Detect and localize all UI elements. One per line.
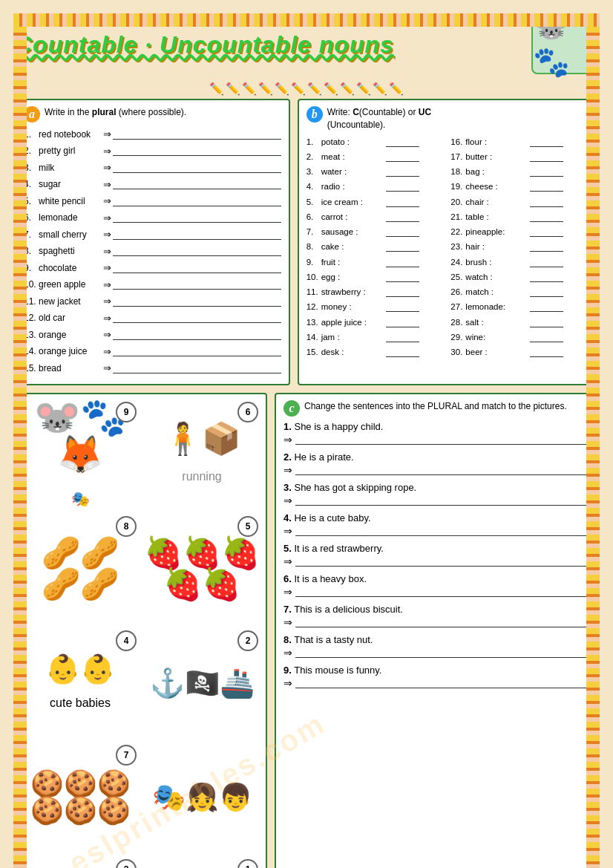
section-c-item: 1. She is a happy child. ⇒ [283, 421, 589, 446]
answer-line[interactable] [113, 146, 281, 156]
section-a-instr-bold: plural [92, 107, 117, 117]
answer-line[interactable] [113, 179, 281, 189]
answer-line[interactable] [386, 152, 419, 162]
item-text: hair : [465, 241, 528, 253]
c-sentence: 4. He is a cute baby. [283, 512, 589, 523]
section-b-item: 5. ice cream : [306, 196, 445, 209]
section-c-item: 3. She has got a skipping rope. ⇒ [283, 482, 589, 506]
answer-line[interactable] [113, 196, 281, 206]
c-answer-area: ⇒ [283, 616, 589, 628]
c-answer-area: ⇒ [283, 677, 589, 689]
answer-line[interactable] [386, 137, 419, 147]
answer-line[interactable] [113, 346, 281, 356]
answer-line[interactable] [530, 198, 563, 207]
answer-line[interactable] [113, 363, 281, 373]
answer-line[interactable] [530, 287, 563, 297]
answer-line[interactable] [386, 227, 419, 237]
answer-line[interactable] [113, 163, 281, 173]
c-answer-line[interactable] [295, 556, 589, 567]
item-number: 12. [306, 301, 320, 313]
c-answer-area: ⇒ [283, 555, 589, 567]
answer-line[interactable] [113, 330, 281, 340]
answer-line[interactable] [386, 212, 419, 222]
answer-line[interactable] [386, 273, 419, 282]
answer-line[interactable] [386, 333, 419, 342]
answer-line[interactable] [113, 129, 281, 140]
answer-line[interactable] [113, 313, 281, 323]
answer-line[interactable] [530, 258, 563, 267]
c-answer-line[interactable] [295, 587, 589, 597]
answer-line[interactable] [113, 229, 281, 240]
answer-line[interactable] [386, 167, 419, 177]
item-number: 7. [24, 228, 39, 241]
answer-line[interactable] [113, 246, 281, 256]
item-text: pretty girl [39, 144, 102, 157]
answer-line[interactable] [530, 318, 563, 327]
pic-cell-1: 9 🐭🐾🦊🎭 [21, 399, 140, 510]
c-answer-line[interactable] [295, 647, 589, 658]
answer-line[interactable] [530, 227, 563, 237]
c-answer-line[interactable] [295, 495, 589, 506]
answer-line[interactable] [386, 287, 419, 297]
item-text: brush : [465, 256, 528, 269]
pencil-icon: ✏️ [291, 82, 306, 96]
answer-line[interactable] [113, 279, 281, 290]
c-answer-line[interactable] [295, 526, 589, 536]
answer-line[interactable] [530, 167, 563, 177]
c-answer-line[interactable] [295, 434, 589, 445]
section-b-item: 14. jam : [306, 331, 445, 344]
answer-line[interactable] [113, 212, 281, 223]
answer-line[interactable] [530, 242, 563, 252]
section-c-item: 6. It is a heavy box. ⇒ [283, 573, 589, 598]
answer-line[interactable] [386, 198, 419, 207]
answer-line[interactable] [530, 212, 563, 222]
c-answer-area: ⇒ [283, 647, 589, 659]
item-number: 20. [450, 196, 464, 209]
pictures-area: 9 🐭🐾🦊🎭 6 🧍📦running 8 🥜🥜🥜🥜 5 🍓🍓🍓🍓🍓 4 👶👶c [15, 393, 267, 869]
item-text: water : [321, 166, 384, 178]
c-answer-line[interactable] [295, 617, 589, 627]
c-arrow-icon: ⇒ [283, 555, 292, 567]
section-b-item: 11. strawberry : [306, 286, 445, 298]
answer-line[interactable] [386, 258, 419, 267]
answer-line[interactable] [386, 347, 419, 357]
section-a-item: 12. old car ⇒ [24, 311, 281, 326]
section-b-item: 19. cheese : [450, 180, 589, 193]
answer-line[interactable] [530, 333, 563, 342]
section-a-item: 5. white pencil ⇒ [24, 194, 281, 209]
item-text: radio : [321, 180, 384, 193]
section-b-item: 13. apple juice : [306, 316, 445, 329]
answer-line[interactable] [530, 302, 563, 312]
c-answer-line[interactable] [295, 678, 589, 688]
answer-line[interactable] [530, 137, 563, 147]
answer-line[interactable] [530, 182, 563, 192]
answer-line[interactable] [113, 296, 281, 307]
answer-line[interactable] [386, 182, 419, 192]
answer-line[interactable] [113, 263, 281, 273]
answer-line[interactable] [386, 318, 419, 327]
item-text: orange juice [39, 345, 102, 358]
item-text: flour : [465, 136, 528, 149]
item-number: 28. [450, 316, 464, 329]
answer-line[interactable] [386, 302, 419, 312]
section-b-item: 30. beer : [450, 346, 589, 359]
section-b-item: 15. desk : [306, 346, 445, 359]
pic-cell-3: 8 🥜🥜🥜🥜 [21, 513, 140, 624]
section-b-item: 23. hair : [450, 241, 589, 253]
pic-cell-2: 6 🧍📦running [142, 399, 261, 510]
c-item-num: 6. [283, 573, 292, 584]
c-answer-line[interactable] [295, 465, 589, 475]
cartoon-decoration: 🐭🐾 [531, 15, 598, 74]
section-b-item: 21. table : [450, 211, 589, 223]
answer-line[interactable] [530, 152, 563, 162]
arrow-icon: ⇒ [103, 227, 111, 242]
section-b-item: 9. fruit : [306, 256, 445, 269]
arrow-icon: ⇒ [103, 278, 111, 293]
pencil-icon: ✏️ [242, 82, 257, 96]
section-a-list: 1. red notebook ⇒ 2. pretty girl ⇒ 3. mi… [24, 127, 281, 376]
answer-line[interactable] [530, 273, 563, 282]
pic-num-8: 8 [116, 516, 137, 537]
answer-line[interactable] [530, 347, 563, 357]
section-c-header: c Change the sentences into the PLURAL a… [283, 400, 589, 417]
answer-line[interactable] [386, 242, 419, 252]
